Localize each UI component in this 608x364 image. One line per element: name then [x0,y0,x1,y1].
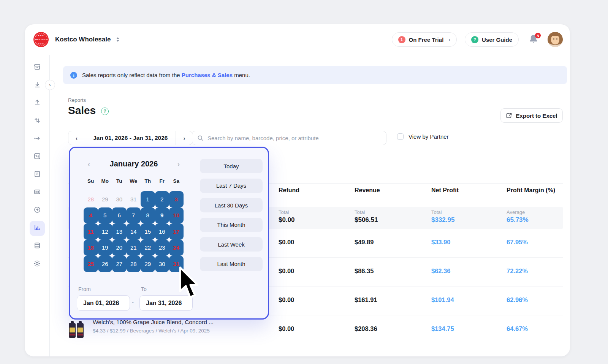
cell-value: $101.94 [431,296,454,304]
total-label: Total [355,209,365,215]
to-label: To [141,286,147,292]
view-by-partner-checkbox[interactable] [397,133,404,140]
calendar-day-4[interactable]: 4 [84,207,98,224]
calendar-day-14[interactable]: 14 [127,223,141,240]
calendar-day-7[interactable]: 7 [127,207,141,224]
calendar-day-3[interactable]: 3 [169,191,184,207]
main-content: i Sales reports only reflect data from t… [50,55,570,356]
calendar-day-31[interactable]: 31 [127,191,141,207]
total-value: $332.95 [431,216,454,224]
date-range-label[interactable]: Jan 01, 2026 - Jan 31, 2026 [85,131,176,145]
calendar-day-29[interactable]: 29 [141,256,155,272]
calendar-day-28[interactable]: 28 [127,256,141,272]
cell-value: $49.89 [355,239,374,246]
date-picker-popup: ‹ January 2026 › SuMoTuWeThFrSa 28293031… [69,147,269,320]
info-icon: i [70,72,77,79]
product-title[interactable]: Welch's, 100% Grape Juice Blend, Concord… [93,319,214,326]
calendar-day-20[interactable]: 20 [112,240,127,256]
column-header: Profit Margin (%) [507,187,555,194]
calendar-day-30[interactable]: 30 [112,191,127,207]
quick-range-last-month[interactable]: Last Month [200,257,263,271]
notifications-button[interactable]: N [529,34,539,45]
table-row[interactable]: $0.00$208.36$134.7564.67%Welch's, 100% G… [68,315,563,344]
sidebar-item-arrow-right-dashed[interactable] [30,131,45,147]
calendar-day-2[interactable]: 2 [155,191,169,207]
calendar-day-24[interactable]: 24 [169,240,184,256]
total-label: Total [431,209,442,215]
calendar-day-22[interactable]: 22 [141,240,155,256]
next-month-button[interactable]: › [174,160,183,168]
weekday-label: Tu [112,178,127,184]
user-avatar[interactable] [548,32,563,47]
page-title: Sales [68,104,96,117]
calendar-day-15[interactable]: 15 [141,223,155,240]
calendar-day-10[interactable]: 10 [169,207,184,224]
calendar-day-28[interactable]: 28 [84,191,98,207]
upload-icon [33,99,41,108]
cell-value: 67.95% [507,239,528,246]
calendar-day-17[interactable]: 17 [169,223,184,240]
column-header: Refund [279,187,299,194]
calendar-day-12[interactable]: 12 [98,223,112,240]
sidebar-item-add-circle[interactable] [30,203,45,218]
total-value: $506.51 [355,216,378,224]
company-switcher-icon[interactable] [116,37,119,42]
quick-range-last-week[interactable]: Last Week [200,237,263,252]
sidebar-item-notes[interactable] [30,167,45,182]
column-header: Net Profit [431,187,459,194]
search-box [192,131,386,145]
sidebar-item-database[interactable] [30,239,45,254]
calendar-day-19[interactable]: 19 [98,240,112,256]
company-logo[interactable]: ★★★ WHOLESALE ★★★ [33,32,49,47]
settings-icon [33,260,41,269]
sidebar-item-chart-box[interactable] [30,149,45,165]
calendar-day-6[interactable]: 6 [112,207,127,224]
calendar-day-21[interactable]: 21 [127,240,141,256]
sidebar-item-box[interactable] [30,60,45,75]
free-trial-label: On Free Trial [409,36,444,43]
calendar-day-27[interactable]: 27 [112,256,127,272]
sidebar-expand-button[interactable]: › [45,80,55,90]
database-icon [33,242,41,251]
calendar-day-11[interactable]: 11 [84,223,98,240]
cell-value: $0.00 [279,325,294,332]
total-label: Average [507,209,525,215]
export-to-excel-button[interactable]: Export to Excel [500,108,563,123]
calendar-day-18[interactable]: 18 [84,240,98,256]
search-input[interactable] [207,135,381,141]
prev-range-button[interactable]: ‹ [68,131,85,145]
calendar-day-5[interactable]: 5 [98,207,112,224]
calendar-day-9[interactable]: 9 [155,207,169,224]
quick-range-last-7-days[interactable]: Last 7 Days [200,179,263,193]
from-date-input[interactable] [77,295,130,311]
calendar-day-1[interactable]: 1 [141,191,155,207]
purchases-sales-link[interactable]: Purchases & Sales [182,72,233,78]
weekday-label: Sa [169,178,184,184]
free-trial-button[interactable]: 1 On Free Trial › [392,32,457,47]
quick-range-this-month[interactable]: This Month [200,218,263,232]
sidebar-item-bar-chart[interactable] [30,221,45,236]
calendar-day-13[interactable]: 13 [112,223,127,240]
calendar-day-30[interactable]: 30 [155,256,169,272]
sidebar-item-settings[interactable] [30,256,45,272]
logo-stars-bottom: ★★★ [38,43,44,45]
calendar-day-23[interactable]: 23 [155,240,169,256]
sidebar-item-transfer[interactable] [30,114,45,129]
user-guide-button[interactable]: ? User Guide [465,32,519,47]
quick-range-last-30-days[interactable]: Last 30 Days [200,198,263,212]
cell-value: $134.75 [431,325,454,332]
sidebar-item-download[interactable] [30,78,45,93]
export-label: Export to Excel [516,112,557,119]
calendar-day-25[interactable]: 25 [84,256,98,272]
sidebar-item-barcode[interactable] [30,185,45,200]
sidebar-item-upload[interactable] [30,96,45,111]
quick-range-today[interactable]: Today [200,159,263,173]
calendar-day-26[interactable]: 26 [98,256,112,272]
next-range-button[interactable]: › [176,131,192,145]
calendar-day-8[interactable]: 8 [141,207,155,224]
product-image [68,320,85,339]
calendar-day-16[interactable]: 16 [155,223,169,240]
help-icon[interactable]: ? [101,108,109,115]
date-range-nav: ‹ Jan 01, 2026 - Jan 31, 2026 › [68,131,193,145]
calendar-day-29[interactable]: 29 [98,191,112,207]
